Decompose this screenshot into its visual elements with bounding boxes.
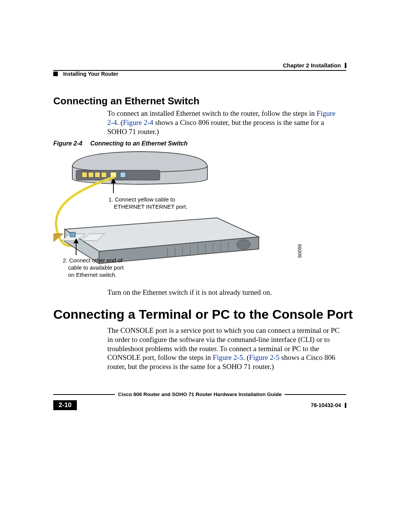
- text-run: To connect an installed Ethernet switch …: [107, 109, 317, 117]
- callout-1-line2: ETHERNET INTERNET port.: [108, 203, 196, 211]
- footer-book-title: Cisco 806 Router and SOHO 71 Router Hard…: [115, 391, 285, 397]
- figure-reference-link[interactable]: Figure 2-5: [249, 353, 280, 361]
- figure-id-number: 60099: [297, 244, 303, 258]
- ethernet-intro-paragraph: To connect an installed Ethernet switch …: [107, 109, 342, 136]
- callout-1: 1. Connect yellow cable to ETHERNET INTE…: [108, 196, 196, 211]
- svg-rect-3: [95, 172, 100, 177]
- callout-2-line2: cable to available port: [63, 264, 127, 272]
- callout-1-line1: 1. Connect yellow cable to: [108, 196, 196, 203]
- heading-console-port: Connecting a Terminal or PC to the Conso…: [53, 307, 353, 322]
- doc-number: 78-10432-04: [311, 402, 346, 408]
- text-run: . (: [117, 118, 123, 126]
- turn-on-instruction: Turn on the Ethernet switch if it is not…: [107, 288, 342, 297]
- chapter-title: Installation: [311, 62, 341, 69]
- callout-2-line3: on Ethernet switch.: [63, 272, 127, 279]
- figure-title: Connecting to an Ethernet Switch: [90, 140, 188, 147]
- svg-rect-6: [120, 172, 126, 177]
- footer-end-bar: [345, 403, 346, 408]
- svg-rect-4: [101, 172, 107, 177]
- router-icon: [72, 152, 207, 184]
- section-title: Installing Your Router: [63, 71, 118, 77]
- page-header: Chapter 2 Installation: [53, 62, 346, 71]
- figure-caption: Figure 2-4 Connecting to an Ethernet Swi…: [53, 140, 188, 147]
- figure-label: Figure 2-4: [53, 140, 82, 147]
- page-footer: Cisco 806 Router and SOHO 71 Router Hard…: [53, 394, 346, 410]
- ethernet-switch-icon: [53, 218, 259, 264]
- figure-2-4: 1. Connect yellow cable to ETHERNET INTE…: [53, 149, 266, 277]
- callout-arrow-1-icon: [112, 179, 115, 193]
- callout-2-line1: 2. Connect other end of: [63, 257, 127, 264]
- callout-2: 2. Connect other end of cable to availab…: [63, 257, 127, 278]
- svg-point-21: [237, 240, 250, 249]
- figure-reference-link[interactable]: Figure 2-5: [213, 353, 243, 361]
- header-section: Installing Your Router: [53, 71, 118, 77]
- svg-rect-26: [70, 232, 75, 237]
- header-end-bar: [345, 63, 346, 68]
- page-number: 2-10: [53, 400, 77, 410]
- figure-reference-link[interactable]: Figure 2-4: [123, 118, 153, 126]
- section-marker-icon: [53, 72, 58, 76]
- chapter-label: Chapter 2: [283, 62, 309, 69]
- heading-ethernet-switch: Connecting an Ethernet Switch: [53, 95, 199, 107]
- svg-rect-2: [88, 172, 94, 177]
- svg-rect-1: [82, 172, 87, 177]
- console-intro-paragraph: The CONSOLE port is a service port to wh…: [107, 326, 342, 371]
- text-run: . (: [243, 353, 249, 361]
- doc-number-text: 78-10432-04: [311, 402, 341, 408]
